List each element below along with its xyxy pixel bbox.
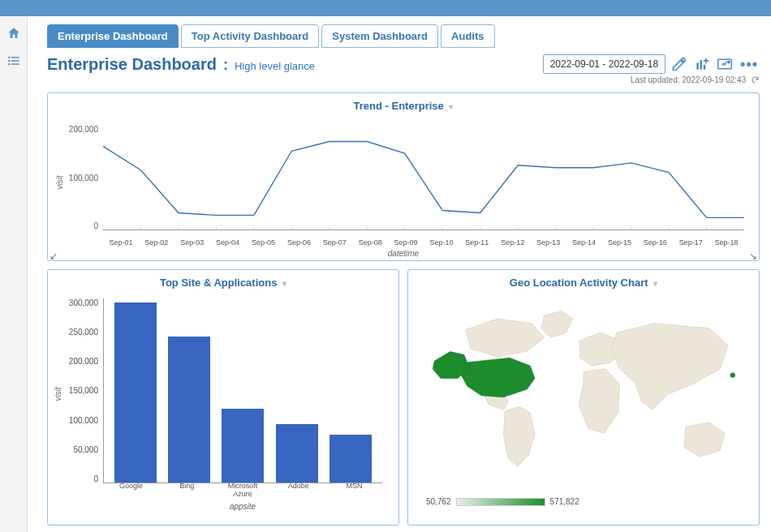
bar[interactable] (168, 337, 210, 483)
svg-rect-6 (696, 62, 699, 69)
svg-rect-7 (700, 60, 703, 70)
resize-handle-bottom-left-icon[interactable]: ↙ (50, 251, 58, 262)
edit-icon[interactable] (670, 55, 688, 73)
trend-x-axis: Sep-01Sep-02Sep-03Sep-04Sep-05Sep-06Sep-… (103, 238, 744, 247)
topsite-panel: Top Site & Applications ▾ visit 300,0002… (47, 269, 399, 526)
left-nav-rail (0, 16, 28, 532)
geo-legend-max: 571,822 (550, 497, 579, 506)
topsite-y-axis: 300,000250,000200,000150,000100,00050,00… (64, 298, 98, 483)
title-separator: : (223, 57, 228, 74)
header-row: Enterprise Dashboard : High level glance… (47, 54, 760, 74)
add-chart-icon[interactable] (693, 55, 711, 73)
more-actions-icon[interactable]: ••• (739, 56, 760, 73)
svg-rect-0 (8, 57, 10, 58)
trend-panel-title-text: Trend - Enterprise (354, 100, 444, 112)
svg-rect-1 (11, 57, 19, 58)
last-updated-label: Last updated: 2022-09-19 02:43 (631, 75, 746, 84)
app-top-bar (0, 0, 771, 16)
trend-line-chart: visit 200,000100,0000 Sep-01Sep-02Sep-03… (56, 117, 751, 248)
tab-system-dashboard[interactable]: System Dashboard (321, 24, 438, 48)
bar[interactable] (276, 424, 318, 483)
topsite-bar-chart: visit 300,000250,000200,000150,000100,00… (56, 294, 390, 513)
geo-panel-title[interactable]: Geo Location Activity Chart ▾ (416, 277, 751, 289)
tab-enterprise-dashboard[interactable]: Enterprise Dashboard (47, 24, 179, 48)
svg-rect-8 (704, 65, 706, 70)
world-map[interactable] (416, 294, 751, 482)
trend-panel: Trend - Enterprise ▾ visit 200,000100,00… (47, 92, 760, 261)
dashboard-tabs: Enterprise Dashboard Top Activity Dashbo… (47, 24, 760, 48)
geo-panel: Geo Location Activity Chart ▾ (407, 269, 760, 526)
bar[interactable] (330, 435, 372, 483)
svg-point-10 (728, 61, 730, 62)
svg-point-29 (730, 373, 735, 378)
topsite-plot-area (103, 298, 382, 483)
geo-legend-min: 50,762 (426, 497, 451, 506)
refresh-settings-icon[interactable] (716, 55, 734, 73)
svg-rect-5 (11, 63, 19, 65)
svg-rect-3 (11, 60, 19, 62)
home-icon[interactable] (6, 26, 21, 41)
last-updated: Last updated: 2022-09-19 02:43 (47, 75, 760, 86)
topsite-panel-title[interactable]: Top Site & Applications ▾ (56, 277, 390, 289)
trend-plot-area (103, 125, 744, 230)
list-icon[interactable] (6, 54, 21, 68)
trend-y-axis-label: visit (55, 175, 64, 189)
trend-panel-title[interactable]: Trend - Enterprise ▾ (56, 100, 751, 112)
bar[interactable] (222, 409, 264, 483)
trend-y-axis: 200,000100,0000 (66, 125, 98, 230)
header-actions: 2022-09-01 - 2022-09-18 ••• (543, 54, 760, 74)
chevron-down-icon: ▾ (449, 102, 453, 111)
bar[interactable] (114, 302, 157, 483)
topsite-panel-title-text: Top Site & Applications (160, 277, 277, 289)
page-subtitle: High level glance (235, 60, 315, 72)
svg-rect-4 (8, 63, 10, 65)
topsite-y-axis-label: visit (54, 388, 62, 401)
topsite-x-axis-label: appsite (103, 502, 382, 511)
tab-audits[interactable]: Audits (441, 24, 494, 48)
chevron-down-icon: ▾ (282, 279, 286, 288)
geo-panel-title-text: Geo Location Activity Chart (510, 277, 648, 289)
svg-rect-2 (8, 60, 10, 62)
geo-body: 50,762 571,822 (416, 294, 751, 513)
chevron-down-icon: ▾ (653, 279, 657, 288)
refresh-icon[interactable] (751, 75, 760, 86)
trend-x-axis-label: datetime (56, 249, 751, 258)
date-range-picker[interactable]: 2022-09-01 - 2022-09-18 (543, 54, 665, 74)
resize-handle-bottom-right-icon[interactable]: ↘ (749, 251, 757, 262)
page-title: Enterprise Dashboard (47, 55, 217, 74)
tab-top-activity-dashboard[interactable]: Top Activity Dashboard (181, 24, 319, 48)
topsite-x-axis: GoogleBingMicrosoft AzureAdobeMSN (103, 482, 382, 498)
main-content: Enterprise Dashboard Top Activity Dashbo… (28, 16, 771, 532)
geo-legend: 50,762 571,822 (426, 497, 579, 506)
geo-legend-gradient (456, 498, 545, 506)
